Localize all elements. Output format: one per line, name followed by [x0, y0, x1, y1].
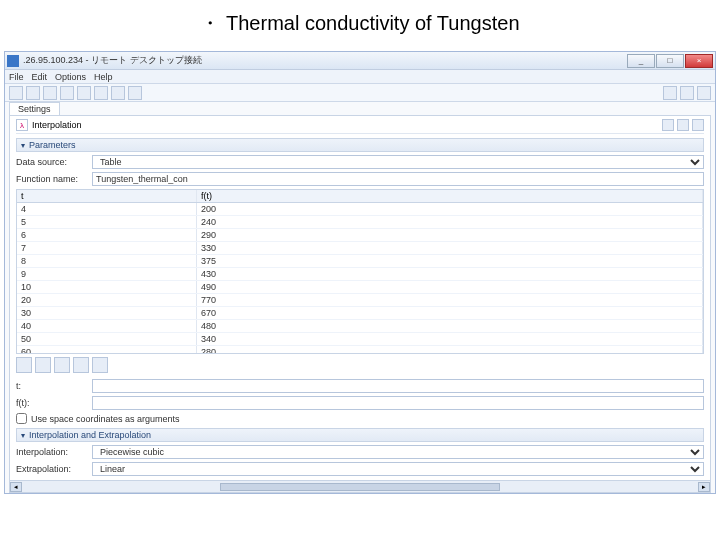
table-down-button[interactable]	[35, 357, 51, 373]
cell-ft[interactable]: 480	[197, 320, 703, 332]
table-row[interactable]: 8375	[17, 255, 703, 268]
data-source-label: Data source:	[16, 157, 86, 167]
interpolation-select[interactable]: Piecewise cubic	[92, 445, 704, 459]
arg-t-label: t:	[16, 381, 86, 391]
chevron-down-icon: ▾	[21, 431, 25, 440]
table-remove-button[interactable]	[73, 357, 89, 373]
toolbar-button-r3[interactable]	[697, 86, 711, 100]
function-name-input[interactable]	[92, 172, 704, 186]
toolbar-button-4[interactable]	[60, 86, 74, 100]
cell-t[interactable]: 30	[17, 307, 197, 319]
window-title: .26.95.100.234 - リモート デスクトップ接続	[23, 54, 627, 67]
app-window: .26.95.100.234 - リモート デスクトップ接続 _ □ × Fil…	[4, 51, 716, 494]
section-interpolation[interactable]: ▾ Interpolation and Extrapolation	[16, 428, 704, 442]
table-up-button[interactable]	[16, 357, 32, 373]
table-plot-button[interactable]	[92, 357, 108, 373]
col-ft[interactable]: f(t)	[197, 190, 703, 202]
panel-header: λ Interpolation	[16, 119, 704, 134]
toolbar-button-6[interactable]	[94, 86, 108, 100]
cell-ft[interactable]: 340	[197, 333, 703, 345]
arg-t-input[interactable]	[92, 379, 704, 393]
panel-icon-3[interactable]	[692, 119, 704, 131]
table-row[interactable]: 60280	[17, 346, 703, 353]
extrapolation-select[interactable]: Linear	[92, 462, 704, 476]
interpolation-icon: λ	[16, 119, 28, 131]
table-row[interactable]: 6290	[17, 229, 703, 242]
cell-t[interactable]: 8	[17, 255, 197, 267]
panel-icon-1[interactable]	[662, 119, 674, 131]
section-parameters[interactable]: ▾ Parameters	[16, 138, 704, 152]
cell-t[interactable]: 7	[17, 242, 197, 254]
panel-title: Interpolation	[32, 120, 82, 130]
cell-t[interactable]: 40	[17, 320, 197, 332]
minimize-button[interactable]: _	[627, 54, 655, 68]
table-add-button[interactable]	[54, 357, 70, 373]
table-row[interactable]: 10490	[17, 281, 703, 294]
col-t[interactable]: t	[17, 190, 197, 202]
table-body[interactable]: 4200524062907330837594301049020770306704…	[17, 203, 703, 353]
table-toolbar	[16, 354, 704, 376]
settings-panel: λ Interpolation ▾ Parameters Data source…	[9, 115, 711, 493]
cell-ft[interactable]: 290	[197, 229, 703, 241]
toolbar-button-1[interactable]	[9, 86, 23, 100]
cell-t[interactable]: 60	[17, 346, 197, 353]
table-row[interactable]: 9430	[17, 268, 703, 281]
slide-title: ・ Thermal conductivity of Tungsten	[0, 0, 720, 51]
cell-ft[interactable]: 240	[197, 216, 703, 228]
cell-ft[interactable]: 770	[197, 294, 703, 306]
content-area: Settings λ Interpolation ▾ Parameters Da…	[5, 102, 715, 493]
scroll-left-icon[interactable]: ◂	[10, 482, 22, 492]
data-source-select[interactable]: Table	[92, 155, 704, 169]
cell-t[interactable]: 5	[17, 216, 197, 228]
cell-ft[interactable]: 490	[197, 281, 703, 293]
menu-file[interactable]: File	[9, 72, 24, 82]
cell-ft[interactable]: 430	[197, 268, 703, 280]
cell-t[interactable]: 20	[17, 294, 197, 306]
arg-ft-input[interactable]	[92, 396, 704, 410]
toolbar-button-r1[interactable]	[663, 86, 677, 100]
cell-t[interactable]: 6	[17, 229, 197, 241]
use-space-coords-label: Use space coordinates as arguments	[31, 414, 180, 424]
table-row[interactable]: 5240	[17, 216, 703, 229]
menu-help[interactable]: Help	[94, 72, 113, 82]
cell-t[interactable]: 50	[17, 333, 197, 345]
cell-t[interactable]: 4	[17, 203, 197, 215]
table-row[interactable]: 7330	[17, 242, 703, 255]
tab-settings[interactable]: Settings	[9, 102, 60, 115]
menu-edit[interactable]: Edit	[32, 72, 48, 82]
panel-icon-2[interactable]	[677, 119, 689, 131]
extrapolation-label: Extrapolation:	[16, 464, 86, 474]
table-row[interactable]: 40480	[17, 320, 703, 333]
data-table: t f(t) 420052406290733083759430104902077…	[16, 189, 704, 354]
toolbar	[5, 84, 715, 102]
titlebar: .26.95.100.234 - リモート デスクトップ接続 _ □ ×	[5, 52, 715, 70]
toolbar-button-7[interactable]	[111, 86, 125, 100]
cell-ft[interactable]: 200	[197, 203, 703, 215]
scroll-thumb[interactable]	[220, 483, 500, 491]
table-row[interactable]: 50340	[17, 333, 703, 346]
cell-ft[interactable]: 330	[197, 242, 703, 254]
toolbar-button-r2[interactable]	[680, 86, 694, 100]
toolbar-button-2[interactable]	[26, 86, 40, 100]
cell-ft[interactable]: 280	[197, 346, 703, 353]
toolbar-button-3[interactable]	[43, 86, 57, 100]
cell-t[interactable]: 9	[17, 268, 197, 280]
maximize-button[interactable]: □	[656, 54, 684, 68]
table-row[interactable]: 30670	[17, 307, 703, 320]
cell-ft[interactable]: 375	[197, 255, 703, 267]
function-name-label: Function name:	[16, 174, 86, 184]
table-row[interactable]: 4200	[17, 203, 703, 216]
close-button[interactable]: ×	[685, 54, 713, 68]
use-space-coords-checkbox[interactable]	[16, 413, 27, 424]
section-interpolation-label: Interpolation and Extrapolation	[29, 430, 151, 440]
horizontal-scrollbar[interactable]: ◂ ▸	[10, 480, 710, 492]
cell-t[interactable]: 10	[17, 281, 197, 293]
cell-ft[interactable]: 670	[197, 307, 703, 319]
toolbar-button-5[interactable]	[77, 86, 91, 100]
menu-options[interactable]: Options	[55, 72, 86, 82]
toolbar-button-8[interactable]	[128, 86, 142, 100]
table-row[interactable]: 20770	[17, 294, 703, 307]
menubar: File Edit Options Help	[5, 70, 715, 84]
scroll-right-icon[interactable]: ▸	[698, 482, 710, 492]
table-header: t f(t)	[17, 190, 703, 203]
